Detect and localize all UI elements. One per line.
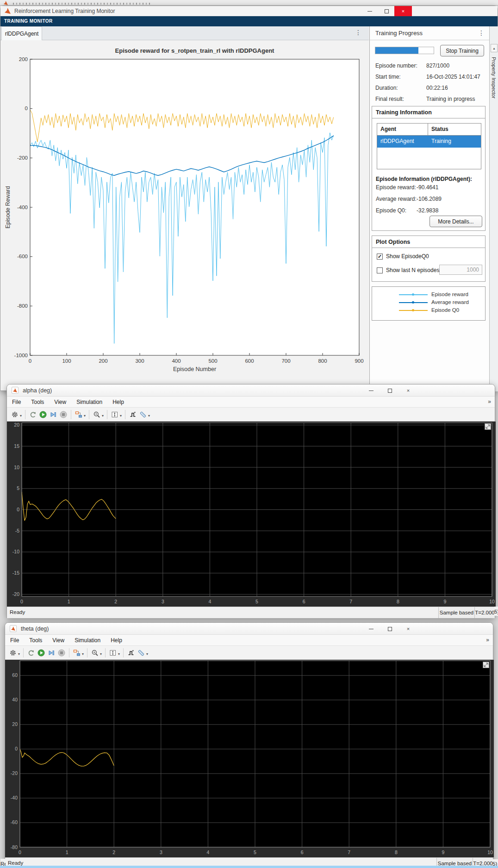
property-inspector-tab[interactable]: Property Inspector	[491, 57, 497, 99]
toolbar-separator	[25, 410, 25, 419]
svg-text:2: 2	[114, 599, 117, 604]
settings-gear-icon[interactable]	[10, 409, 20, 420]
show-last-n-checkbox[interactable]	[377, 267, 383, 273]
expand-plot-icon[interactable]	[483, 662, 489, 668]
alpha-signal-plot[interactable]: 01234567891020151050-5-10-15-20	[7, 422, 496, 607]
expand-plot-icon[interactable]	[485, 423, 491, 430]
menu-file[interactable]: File	[7, 397, 26, 407]
minimize-button[interactable]	[362, 623, 380, 635]
dropdown-caret-icon[interactable]: ▾	[20, 414, 22, 418]
more-details-button[interactable]: More Details...	[430, 216, 482, 227]
span-axes-icon[interactable]	[110, 409, 120, 420]
step-forward-icon[interactable]	[46, 648, 56, 658]
svg-text:Episode Number: Episode Number	[173, 366, 216, 372]
svg-text:-800: -800	[17, 303, 28, 309]
panel-title: Training Progress	[375, 30, 423, 37]
dropdown-caret-icon[interactable]: ▾	[102, 414, 104, 418]
group-header: Training Information	[372, 106, 485, 118]
group-header: Plot Options	[372, 236, 485, 248]
stop-icon[interactable]	[58, 409, 68, 420]
highlight-block-icon[interactable]	[74, 409, 84, 420]
status-sim-time: T=2.000	[474, 607, 495, 618]
dropdown-caret-icon[interactable]: ▾	[100, 652, 102, 656]
close-button[interactable]: ×	[399, 623, 417, 635]
svg-text:200: 200	[19, 56, 28, 62]
maximize-button[interactable]	[378, 6, 395, 16]
run-icon[interactable]	[36, 648, 46, 658]
menu-help[interactable]: Help	[106, 635, 127, 645]
menu-view[interactable]: View	[47, 635, 69, 645]
trigger-icon[interactable]	[126, 648, 136, 658]
last-n-episodes-input[interactable]	[439, 265, 482, 275]
svg-text:0: 0	[29, 358, 31, 364]
menu-help[interactable]: Help	[107, 397, 129, 407]
tab-options-kebab-icon[interactable]: ⋮	[355, 29, 361, 36]
minimize-button[interactable]	[362, 384, 380, 397]
zoom-icon[interactable]	[90, 648, 100, 658]
toolstrip-ribbon: TRAINING MONITOR	[0, 16, 498, 26]
svg-text:900: 900	[355, 358, 363, 364]
dropdown-caret-icon[interactable]: ▾	[82, 652, 84, 656]
highlight-block-icon[interactable]	[72, 648, 82, 658]
minimize-button[interactable]	[361, 6, 379, 16]
dropdown-caret-icon[interactable]: ▾	[148, 414, 150, 418]
col-status: Status	[428, 124, 481, 135]
measurements-icon[interactable]	[136, 648, 146, 658]
menu-bar: File Tools View Simulation Help »	[5, 635, 493, 646]
maximize-button[interactable]	[381, 384, 398, 397]
svg-text:0: 0	[19, 849, 21, 855]
toolbar-separator	[87, 648, 87, 657]
run-icon[interactable]	[38, 409, 48, 420]
menu-overflow-icon[interactable]: »	[486, 637, 489, 643]
menu-tools[interactable]: Tools	[24, 635, 47, 645]
show-episodeq0-row: ✓ Show EpisodeQ0	[377, 253, 429, 260]
field-episode-q0: Episode Q0: -32.9838	[372, 207, 485, 216]
svg-text:15: 15	[14, 443, 19, 449]
maximize-button[interactable]	[381, 623, 398, 635]
menu-view[interactable]: View	[49, 397, 71, 407]
menu-simulation[interactable]: Simulation	[71, 397, 107, 407]
training-progress-bar	[375, 47, 434, 54]
dropdown-caret-icon[interactable]: ▾	[84, 414, 86, 418]
property-inspector-strip: ▴ Property Inspector	[489, 26, 498, 391]
panel-options-kebab-icon[interactable]: ⋮	[478, 30, 485, 36]
svg-text:Episode reward for s_rotpen_tr: Episode reward for s_rotpen_train_rl wit…	[115, 47, 275, 54]
scroll-up-icon[interactable]: ▴	[491, 44, 498, 52]
menu-simulation[interactable]: Simulation	[69, 635, 106, 645]
rewind-icon[interactable]	[26, 648, 36, 658]
ribbon-tab-label[interactable]: TRAINING MONITOR	[0, 17, 53, 24]
rewind-icon[interactable]	[28, 409, 38, 420]
svg-text:8: 8	[395, 849, 398, 855]
stop-training-button[interactable]: Stop Training	[440, 45, 484, 56]
trigger-icon[interactable]	[128, 409, 138, 420]
dropdown-caret-icon[interactable]: ▾	[18, 652, 20, 656]
svg-text:6: 6	[303, 599, 305, 604]
dropdown-caret-icon[interactable]: ▾	[146, 652, 148, 656]
training-information-box: Training Information Agent Status rlDDPG…	[372, 106, 486, 231]
span-axes-icon[interactable]	[108, 648, 118, 658]
zoom-icon[interactable]	[92, 409, 102, 420]
panel-header: Training Progress ⋮	[370, 26, 489, 40]
svg-text:800: 800	[318, 358, 327, 364]
measurements-icon[interactable]	[138, 409, 148, 420]
theta-signal-plot[interactable]: 0123456789106040200-20-40-60-80	[5, 660, 494, 857]
svg-text:Episode Reward: Episode Reward	[5, 186, 11, 229]
svg-text:40: 40	[12, 697, 18, 702]
menu-file[interactable]: File	[5, 635, 24, 645]
svg-text:20: 20	[14, 422, 19, 428]
menu-tools[interactable]: Tools	[26, 397, 49, 407]
show-episodeq0-checkbox[interactable]: ✓	[377, 254, 383, 260]
svg-text:-10: -10	[12, 549, 19, 554]
step-forward-icon[interactable]	[48, 409, 58, 420]
svg-text:-80: -80	[11, 844, 18, 850]
table-row[interactable]: rlDDPGAgent Training	[377, 136, 481, 148]
settings-gear-icon[interactable]	[8, 648, 18, 658]
stop-icon[interactable]	[56, 648, 67, 658]
menu-overflow-icon[interactable]: »	[488, 398, 491, 405]
dropdown-caret-icon[interactable]: ▾	[118, 652, 120, 656]
rl-training-monitor-window: Reinforcement Learning Training Monitor …	[0, 6, 498, 391]
tab-rlddpgagent[interactable]: rlDDPGAgent	[1, 26, 42, 40]
dropdown-caret-icon[interactable]: ▾	[120, 414, 122, 418]
close-button[interactable]: ×	[394, 6, 412, 16]
close-button[interactable]: ×	[399, 384, 417, 397]
